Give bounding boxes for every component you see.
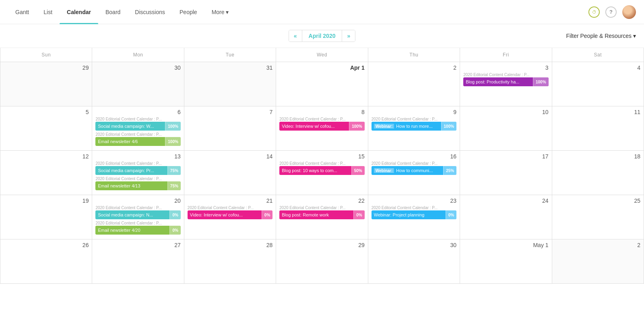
tab-gantt[interactable]: Gantt: [8, 0, 36, 24]
event-project-label: 2020 Editorial Content Calendar : P...: [95, 221, 180, 225]
day-cell[interactable]: 19: [0, 195, 92, 239]
help-button[interactable]: ?: [605, 6, 617, 18]
day-cell[interactable]: 12: [0, 151, 92, 195]
day-number: 22: [279, 198, 364, 204]
day-cell[interactable]: 92020 Editorial Content Calendar : P...W…: [368, 106, 460, 151]
day-cell[interactable]: 232020 Editorial Content Calendar : P...…: [368, 195, 460, 239]
current-month-label: April 2020: [302, 30, 343, 42]
day-cell[interactable]: May 1: [460, 239, 552, 284]
day-cell[interactable]: 30: [92, 62, 184, 106]
day-cell[interactable]: 152020 Editorial Content Calendar : P...…: [276, 151, 368, 195]
clock-icon[interactable]: ⏱: [588, 6, 600, 18]
calendar-toolbar: « April 2020 » Filter People & Resources…: [0, 24, 644, 48]
day-number: 20: [95, 198, 180, 204]
day-cell[interactable]: 29: [276, 239, 368, 284]
event-bar[interactable]: Webinar: How to run more...100%: [372, 122, 456, 131]
event-completion-pct: 75%: [167, 166, 181, 175]
day-number: 4: [555, 64, 640, 71]
day-number: 29: [279, 242, 364, 248]
day-cell[interactable]: 26: [0, 239, 92, 284]
day-number: 2: [555, 242, 640, 248]
avatar[interactable]: [622, 5, 636, 19]
event-bar[interactable]: Email newsletter 4/6100%: [95, 137, 180, 146]
event-bar-label: Email newsletter 4/13: [95, 183, 167, 188]
next-month-button[interactable]: »: [342, 30, 355, 42]
event-bar-label: Blog post: Productivity ha...: [463, 79, 533, 84]
event-bar[interactable]: Social media campaign: W...100%: [95, 122, 180, 131]
day-cell[interactable]: 32020 Editorial Content Calendar : P...B…: [460, 62, 552, 106]
event-bar[interactable]: Email newsletter 4/1375%: [95, 181, 180, 190]
day-number: 7: [188, 109, 272, 115]
event-bar[interactable]: Video: Interview w/ cofou...100%: [279, 122, 364, 131]
day-cell[interactable]: 14: [184, 151, 276, 195]
event-bar[interactable]: Blog post: 10 ways to com...50%: [279, 166, 364, 175]
event-completion-pct: 100%: [165, 137, 181, 146]
day-header-tue: Tue: [184, 48, 276, 62]
event-project-label: 2020 Editorial Content Calendar : P...: [279, 161, 364, 166]
day-cell[interactable]: 25: [552, 195, 644, 239]
day-cell[interactable]: 31: [184, 62, 276, 106]
tab-more[interactable]: More ▾: [204, 0, 236, 24]
day-number: May 1: [463, 242, 548, 248]
tab-board[interactable]: Board: [98, 0, 128, 24]
event-bar[interactable]: Webinar: How to communi...25%: [372, 166, 456, 175]
event-bar[interactable]: Blog post: Remote work0%: [279, 210, 364, 219]
day-cell[interactable]: 202020 Editorial Content Calendar : P...…: [92, 195, 184, 239]
day-cell[interactable]: 30: [368, 239, 460, 284]
day-number: 25: [555, 198, 640, 204]
event-bar[interactable]: Webinar: Project planning0%: [372, 210, 456, 219]
day-cell[interactable]: 28: [184, 239, 276, 284]
filter-people-resources-button[interactable]: Filter People & Resources ▾: [566, 33, 636, 39]
day-cell[interactable]: 212020 Editorial Content Calendar : P...…: [184, 195, 276, 239]
day-cell[interactable]: Apr 1: [276, 62, 368, 106]
day-cell[interactable]: 10: [460, 106, 552, 151]
event-completion-pct: 100%: [349, 122, 365, 131]
day-header-thu: Thu: [368, 48, 460, 62]
event-bar[interactable]: Social media campaign: N...0%: [95, 210, 180, 219]
day-cell[interactable]: 2: [552, 239, 644, 284]
event-project-label: 2020 Editorial Content Calendar : P...: [463, 73, 548, 77]
event-bar[interactable]: Video: Interview w/ cofou...0%: [188, 210, 272, 219]
event-project-label: 2020 Editorial Content Calendar : P...: [95, 117, 180, 121]
day-cell[interactable]: 82020 Editorial Content Calendar : P...V…: [276, 106, 368, 151]
day-cell[interactable]: 29: [0, 62, 92, 106]
day-number: 11: [555, 109, 640, 115]
day-cell[interactable]: 27: [92, 239, 184, 284]
day-cell[interactable]: 2: [368, 62, 460, 106]
day-cell[interactable]: 7: [184, 106, 276, 151]
event-bar-label: Social media campaign: Pr...: [95, 168, 167, 173]
tab-discussions[interactable]: Discussions: [128, 0, 172, 24]
event-bar[interactable]: Blog post: Productivity ha...100%: [463, 77, 548, 86]
day-number: 17: [463, 153, 548, 160]
prev-month-button[interactable]: «: [289, 30, 302, 42]
calendar-grid: SunMonTueWedThuFriSat293031Apr 1232020 E…: [0, 48, 644, 284]
day-cell[interactable]: 17: [460, 151, 552, 195]
day-cell[interactable]: 222020 Editorial Content Calendar : P...…: [276, 195, 368, 239]
event-bar[interactable]: Email newsletter 4/200%: [95, 226, 180, 235]
day-number: 30: [372, 242, 456, 248]
day-cell[interactable]: 162020 Editorial Content Calendar : P...…: [368, 151, 460, 195]
day-cell[interactable]: 132020 Editorial Content Calendar : P...…: [92, 151, 184, 195]
tab-people[interactable]: People: [172, 0, 204, 24]
day-cell[interactable]: 4: [552, 62, 644, 106]
event-bar[interactable]: Social media campaign: Pr...75%: [95, 166, 180, 175]
day-number: 19: [4, 198, 89, 204]
day-cell[interactable]: 18: [552, 151, 644, 195]
tab-list[interactable]: List: [36, 0, 60, 24]
day-number: 16: [372, 153, 456, 160]
day-header-sat: Sat: [552, 48, 644, 62]
day-number: Apr 1: [279, 64, 364, 71]
day-number: 13: [95, 153, 180, 160]
event-bar-label: Blog post: Remote work: [279, 212, 353, 217]
day-cell[interactable]: 24: [460, 195, 552, 239]
day-cell[interactable]: 5: [0, 106, 92, 151]
event-completion-pct: 0%: [169, 210, 180, 219]
event-project-label: 2020 Editorial Content Calendar : P...: [95, 132, 180, 137]
tab-calendar[interactable]: Calendar: [60, 0, 98, 24]
day-cell[interactable]: 62020 Editorial Content Calendar : P...S…: [92, 106, 184, 151]
day-number: 10: [463, 109, 548, 115]
day-number: 6: [95, 109, 180, 115]
day-cell[interactable]: 11: [552, 106, 644, 151]
event-completion-pct: 0%: [353, 210, 364, 219]
event-project-label: 2020 Editorial Content Calendar : P...: [188, 206, 272, 210]
